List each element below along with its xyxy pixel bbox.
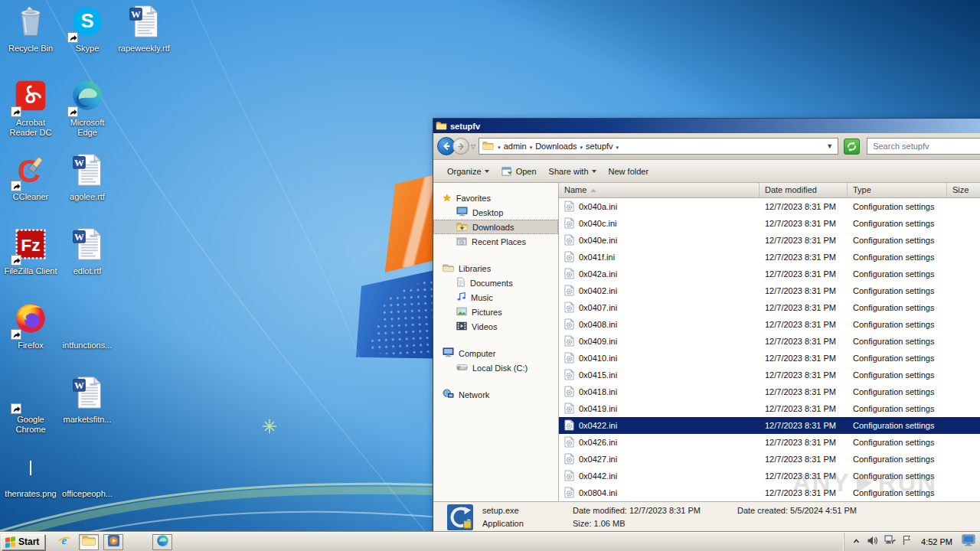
share-with-button[interactable]: Share with [543, 164, 603, 179]
file-row-0x041f.ini[interactable]: 0x041f.ini12/7/2023 8:31 PMConfiguration… [559, 249, 980, 266]
file-row-0x0427.ini[interactable]: 0x0427.ini12/7/2023 8:31 PMConfiguration… [559, 451, 980, 468]
edge-icon [156, 534, 169, 550]
sidebar-item-documents[interactable]: Documents [433, 276, 558, 290]
recent-pages-dropdown[interactable]: ▽ [471, 143, 475, 150]
search-box[interactable] [867, 138, 980, 155]
desktop-icon-edlot[interactable]: Wedlot.rtf [60, 227, 115, 276]
nav-section-favorites[interactable]: ★Favorites [433, 191, 558, 205]
breadcrumb-separator-icon[interactable]: ▾ [496, 145, 502, 150]
file-row-0x040a.ini[interactable]: 0x040a.ini12/7/2023 8:31 PMConfiguration… [559, 198, 980, 215]
desktop-icon-agolee[interactable]: Wagolee.rtf [60, 153, 115, 202]
search-input[interactable] [867, 139, 980, 154]
file-row-0x0804.ini[interactable]: 0x0804.ini12/7/2023 8:31 PMConfiguration… [559, 484, 980, 501]
column-header-size[interactable]: Size [947, 183, 980, 197]
file-row-0x0408.ini[interactable]: 0x0408.ini12/7/2023 8:31 PMConfiguration… [559, 316, 980, 333]
window-titlebar[interactable]: setupfv [433, 119, 980, 133]
nav-section-network[interactable]: Network [433, 387, 558, 402]
desktop-icon-marketsfitn[interactable]: Wmarketsfitn... [60, 376, 115, 425]
nav-section-libraries[interactable]: Libraries [433, 261, 558, 276]
file-row-0x040e.ini[interactable]: 0x040e.ini12/7/2023 8:31 PMConfiguration… [559, 232, 980, 249]
file-row-0x0402.ini[interactable]: 0x0402.ini12/7/2023 8:31 PMConfiguration… [559, 282, 980, 299]
taskbar-clock[interactable]: 4:52 PM [918, 537, 956, 546]
file-row-0x0418.ini[interactable]: 0x0418.ini12/7/2023 8:31 PMConfiguration… [559, 383, 980, 400]
file-row-0x040c.ini[interactable]: 0x040c.ini12/7/2023 8:31 PMConfiguration… [559, 215, 980, 232]
column-header-name[interactable]: Name [559, 183, 760, 197]
organize-button[interactable]: Organize [441, 164, 495, 179]
sidebar-item-videos[interactable]: Videos [433, 319, 558, 334]
new-folder-button[interactable]: New folder [603, 164, 655, 179]
breadcrumb-separator-icon[interactable]: ▾ [615, 145, 621, 150]
taskbar-app-media-player[interactable] [103, 534, 123, 550]
ini-file-icon [564, 251, 574, 264]
desktop-icon-intfunctions[interactable]: intfunctions... [60, 302, 115, 350]
desktop-icon-rapeweekly[interactable]: Wrapeweekly.rtf [116, 5, 172, 54]
desktop-icon-firefox[interactable]: Firefox [3, 302, 58, 350]
media-player-icon [107, 534, 120, 550]
address-history-dropdown[interactable]: ▼ [825, 142, 835, 150]
internet-explorer-icon: e [57, 533, 71, 550]
file-row-0x0422.ini[interactable]: 0x0422.ini12/7/2023 8:31 PMConfiguration… [559, 417, 980, 434]
file-row-0x0426.ini[interactable]: 0x0426.ini12/7/2023 8:31 PMConfiguration… [559, 434, 980, 451]
desktop-icon-edge[interactable]: Microsoft Edge [60, 79, 115, 138]
file-row-0x0407.ini[interactable]: 0x0407.ini12/7/2023 8:31 PMConfiguration… [559, 299, 980, 316]
file-type: Configuration settings [848, 387, 947, 396]
desktop-icon-officepeoph[interactable]: officepeoph... [60, 450, 115, 499]
network-icon[interactable] [884, 535, 896, 549]
shortcut-arrow-icon [11, 255, 21, 266]
favorites-icon: ★ [443, 192, 452, 204]
volume-icon[interactable] [867, 535, 878, 549]
open-button[interactable]: Open [495, 163, 543, 180]
svg-text:W: W [131, 9, 141, 20]
system-tray: 4:52 PM [844, 533, 980, 551]
details-pane: setup.exe Date modified: 12/7/2023 8:31 … [433, 501, 980, 531]
sidebar-item-music[interactable]: Music [433, 290, 558, 305]
ini-file-icon [564, 369, 574, 382]
file-row-0x0409.ini[interactable]: 0x0409.ini12/7/2023 8:31 PMConfiguration… [559, 333, 980, 350]
file-name: 0x0442.ini [579, 471, 617, 481]
ini-file-icon [564, 217, 574, 230]
desktop-icon-label: edlot.rtf [60, 266, 115, 276]
sidebar-item-desktop[interactable]: Desktop [433, 205, 558, 220]
breadcrumb-segment-setupfv[interactable]: setupfv [584, 142, 614, 151]
taskbar-app-edge[interactable] [152, 534, 172, 550]
nav-section-computer[interactable]: Computer [433, 346, 558, 360]
file-name: 0x040e.ini [579, 236, 617, 245]
desktop-icon-ccleaner[interactable]: CCCleaner [3, 153, 58, 202]
file-row-0x0415.ini[interactable]: 0x0415.ini12/7/2023 8:31 PMConfiguration… [559, 367, 980, 383]
taskbar-app-chrome[interactable] [128, 534, 148, 550]
details-date-modified: Date modified: 12/7/2023 8:31 PM [573, 506, 737, 515]
views-button[interactable] [974, 163, 980, 180]
file-row-0x0410.ini[interactable]: 0x0410.ini12/7/2023 8:31 PMConfiguration… [559, 350, 980, 367]
sidebar-item-local-disk-c-[interactable]: Local Disk (C:) [433, 360, 558, 375]
breadcrumb[interactable]: ▾admin▾Downloads▾setupfv▾ ▼ [479, 138, 838, 155]
taskbar-app-windows-explorer[interactable] [79, 534, 99, 550]
start-button[interactable]: Start [2, 534, 45, 550]
file-row-0x0442.ini[interactable]: 0x0442.ini12/7/2023 8:31 PMConfiguration… [559, 468, 980, 484]
action-center-flag-icon[interactable] [902, 535, 912, 549]
sidebar-item-recent-places[interactable]: Recent Places [433, 234, 558, 249]
forward-button[interactable] [452, 138, 469, 155]
desktop-icon-acrobat[interactable]: Acrobat Reader DC [3, 79, 58, 138]
sidebar-item-pictures[interactable]: Pictures [433, 305, 558, 319]
file-type: Configuration settings [848, 404, 947, 413]
column-header-date-modified[interactable]: Date modified [760, 183, 848, 197]
desktop-icon-recycle-bin[interactable]: Recycle Bin [3, 5, 58, 54]
tray-expand-chevron-icon[interactable] [852, 535, 861, 549]
desktop-icon-skype[interactable]: SSkype [60, 5, 115, 54]
column-header-type[interactable]: Type [848, 183, 947, 197]
refresh-button[interactable] [844, 139, 860, 155]
breadcrumb-separator-icon[interactable]: ▾ [579, 145, 585, 150]
details-file-size: Size: 1.06 MB [573, 519, 737, 528]
details-file-name: setup.exe [482, 506, 573, 515]
breadcrumb-segment-downloads[interactable]: Downloads [534, 142, 578, 151]
taskbar-app-internet-explorer[interactable]: e [54, 534, 74, 550]
desktop-icon-google-chrome[interactable]: Google Chrome [3, 376, 58, 435]
breadcrumb-segment-admin[interactable]: admin [502, 142, 528, 151]
desktop-icon-thenrates[interactable]: thenrates.png [3, 450, 58, 499]
show-desktop-monitor-icon[interactable] [962, 534, 975, 549]
pictures-icon [456, 307, 467, 318]
file-row-0x042a.ini[interactable]: 0x042a.ini12/7/2023 8:31 PMConfiguration… [559, 266, 980, 282]
file-row-0x0419.ini[interactable]: 0x0419.ini12/7/2023 8:31 PMConfiguration… [559, 400, 980, 417]
desktop-icon-filezilla[interactable]: FzFileZilla Client [3, 227, 58, 276]
sidebar-item-downloads[interactable]: Downloads [433, 220, 558, 234]
